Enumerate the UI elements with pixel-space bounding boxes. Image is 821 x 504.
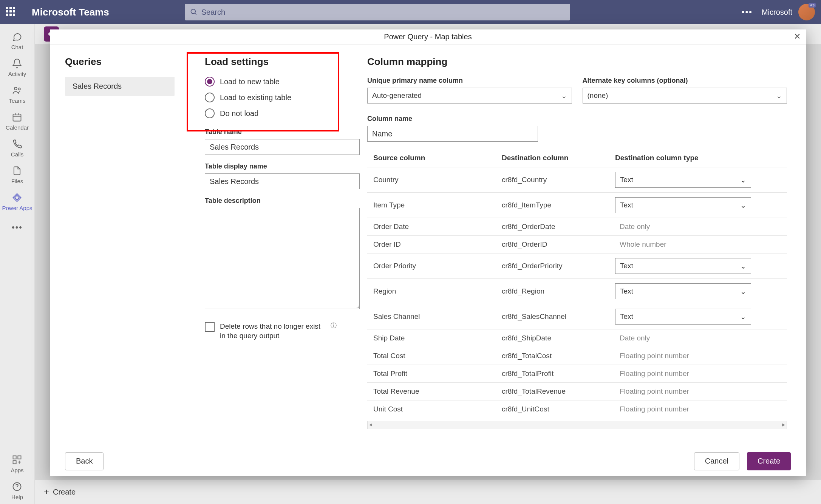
delete-rows-checkbox[interactable]: [205, 322, 215, 332]
rail-label: Calendar: [6, 124, 29, 131]
type-select[interactable]: Text⌄: [615, 197, 751, 213]
type-select[interactable]: Text⌄: [615, 172, 751, 188]
rail-label: Chat: [11, 44, 23, 50]
load-radio-2[interactable]: Do not load: [205, 108, 337, 118]
rail-item-files[interactable]: Files: [2, 161, 32, 188]
search-placeholder: Search: [201, 8, 225, 17]
dest-col: cr8fd_ShipDate: [502, 334, 615, 342]
cancel-button[interactable]: Cancel: [694, 452, 739, 470]
app-title: Microsoft Teams: [32, 6, 109, 18]
unique-select[interactable]: Auto-generated ⌄: [367, 88, 572, 104]
help-icon: [12, 481, 22, 492]
source-col: Item Type: [373, 201, 502, 209]
dest-col: cr8fd_UnitCost: [502, 405, 615, 413]
table-desc-label: Table description: [205, 197, 337, 205]
type-readonly: Floating point number: [615, 387, 751, 396]
svg-marker-9: [15, 195, 20, 200]
info-icon[interactable]: ⓘ: [331, 322, 337, 330]
mapping-row: Total Profitcr8fd_TotalProfitFloating po…: [367, 365, 787, 382]
waffle-icon[interactable]: [6, 7, 17, 17]
mapping-row: Total Costcr8fd_TotalCostFloating point …: [367, 347, 787, 365]
svg-rect-12: [13, 461, 16, 464]
close-icon[interactable]: ✕: [794, 32, 801, 42]
rail-item-apps[interactable]: Apps: [11, 450, 23, 477]
back-button[interactable]: Back: [65, 452, 104, 470]
alternate-value: (none): [588, 91, 608, 100]
dest-col: cr8fd_Country: [502, 176, 615, 184]
svg-point-0: [191, 9, 195, 14]
type-readonly: Date only: [615, 334, 751, 342]
header-source: Source column: [373, 154, 502, 162]
column-name-input[interactable]: [367, 126, 538, 142]
dialog-title: Power Query - Map tables: [384, 32, 472, 41]
rail-label: Activity: [8, 71, 26, 77]
org-name[interactable]: Microsoft: [762, 8, 792, 17]
table-display-input[interactable]: [205, 173, 360, 189]
more-icon[interactable]: •••: [742, 7, 753, 17]
source-col: Total Cost: [373, 352, 502, 360]
mapping-row: Order Prioritycr8fd_OrderPriorityText⌄: [367, 253, 787, 278]
type-select[interactable]: Text⌄: [615, 309, 751, 325]
search-input[interactable]: Search: [185, 4, 570, 20]
radio-icon: [205, 77, 215, 87]
load-radio-1[interactable]: Load to existing table: [205, 93, 337, 102]
mapping-heading: Column mapping: [367, 56, 787, 68]
rail-item-chat[interactable]: Chat: [2, 27, 32, 54]
chevron-down-icon: ⌄: [740, 201, 746, 210]
query-item[interactable]: Sales Records: [65, 77, 175, 96]
type-readonly: Floating point number: [615, 352, 751, 360]
source-col: Unit Cost: [373, 405, 502, 413]
files-icon: [12, 165, 22, 176]
rail-item-teams[interactable]: Teams: [2, 81, 32, 108]
dest-col: cr8fd_TotalRevenue: [502, 387, 615, 396]
content-area: Power Apps HomeBuildAbout + Create Power…: [35, 24, 821, 504]
chevron-down-icon: ⌄: [740, 262, 746, 271]
source-col: Sales Channel: [373, 312, 502, 321]
rail-item-power-apps[interactable]: Power Apps: [2, 188, 32, 215]
table-display-label: Table display name: [205, 162, 337, 170]
header-dest: Destination column: [502, 154, 615, 162]
rail-item-calendar[interactable]: Calendar: [2, 108, 32, 135]
table-name-label: Table name: [205, 128, 337, 136]
radio-label: Do not load: [220, 109, 258, 118]
rail-label: Calls: [11, 151, 23, 158]
radio-icon: [205, 108, 215, 118]
source-col: Order Priority: [373, 262, 502, 270]
create-link[interactable]: Create: [53, 488, 76, 496]
column-name-label: Column name: [367, 115, 538, 123]
dest-col: cr8fd_TotalCost: [502, 352, 615, 360]
rail-item-help[interactable]: Help: [11, 477, 23, 504]
plus-icon[interactable]: +: [44, 487, 49, 497]
dest-col: cr8fd_OrderID: [502, 240, 615, 249]
load-radio-0[interactable]: Load to new table: [205, 77, 337, 87]
rail-label: Apps: [11, 467, 23, 473]
avatar[interactable]: MS: [798, 4, 815, 20]
type-readonly: Whole number: [615, 240, 751, 249]
load-settings-panel: Load settings Load to new tableLoad to e…: [190, 45, 352, 446]
rail-item-activity[interactable]: Activity: [2, 54, 32, 81]
dest-col: cr8fd_OrderDate: [502, 223, 615, 231]
source-col: Order ID: [373, 240, 502, 249]
type-select[interactable]: Text⌄: [615, 258, 751, 274]
horizontal-scrollbar[interactable]: [367, 421, 787, 429]
type-select[interactable]: Text⌄: [615, 283, 751, 299]
svg-point-3: [18, 88, 20, 90]
dialog-title-bar: Power Query - Map tables ✕: [50, 29, 806, 45]
create-button[interactable]: Create: [747, 452, 791, 470]
dest-col: cr8fd_OrderPriority: [502, 262, 615, 270]
dest-col: cr8fd_SalesChannel: [502, 312, 615, 321]
load-heading: Load settings: [205, 56, 337, 68]
rail-more-icon[interactable]: •••: [12, 223, 23, 232]
source-col: Order Date: [373, 223, 502, 231]
dest-col: cr8fd_Region: [502, 287, 615, 295]
svg-rect-10: [13, 456, 16, 459]
mapping-row: Order IDcr8fd_OrderIDWhole number: [367, 235, 787, 253]
rail-item-calls[interactable]: Calls: [2, 135, 32, 161]
table-name-input[interactable]: [205, 139, 360, 155]
chevron-down-icon: ⌄: [561, 91, 567, 100]
dialog-footer: Back Cancel Create: [50, 446, 806, 476]
source-col: Country: [373, 176, 502, 184]
alternate-select[interactable]: (none) ⌄: [583, 88, 787, 104]
bottom-bar: + Create: [35, 480, 821, 504]
table-desc-input[interactable]: [205, 208, 360, 309]
